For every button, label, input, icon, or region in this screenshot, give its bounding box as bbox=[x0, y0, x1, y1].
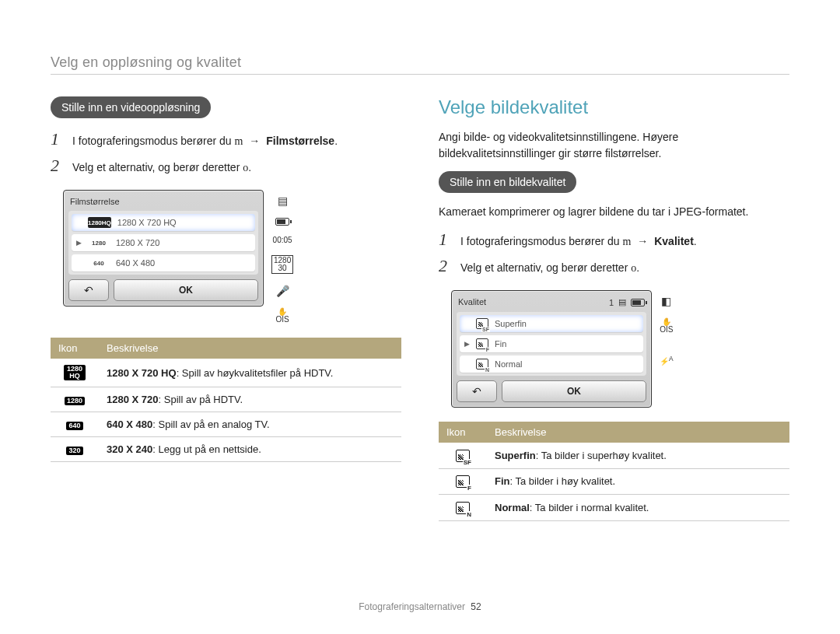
ois-icon: ✋OIS bbox=[660, 318, 673, 334]
mic-icon: 🎤 bbox=[276, 285, 289, 297]
table-row: 1280HQ 1280 X 720 HQ: Spill av høykvalit… bbox=[51, 359, 401, 387]
flash-auto-icon: ⚡A bbox=[660, 356, 674, 366]
note-text: Kameraet komprimerer og lagrer bildene d… bbox=[439, 204, 789, 220]
table-row: F Fin: Ta bilder i høy kvalitet. bbox=[439, 468, 789, 495]
arrow-icon: → bbox=[637, 235, 648, 247]
timer-label: 00:05 bbox=[273, 236, 292, 244]
screen-option-1280-hq[interactable]: ▶ 1280HQ 1280 X 720 HQ bbox=[72, 214, 255, 231]
card-icon: ▤ bbox=[278, 194, 288, 207]
back-arrow-icon: ↶ bbox=[472, 385, 481, 398]
screen-title: Kvalitet bbox=[458, 297, 486, 307]
option-label: Normal bbox=[495, 359, 522, 369]
back-button[interactable]: ↶ bbox=[457, 380, 497, 402]
screen-option-superfine[interactable]: ▶ SF Superfin bbox=[460, 315, 643, 332]
step-number: 1 bbox=[439, 229, 453, 250]
table-row: 1280 1280 X 720: Spill av på HDTV. bbox=[51, 387, 401, 412]
table-row: 640 640 X 480: Spill av på en analog TV. bbox=[51, 412, 401, 437]
resolution-badge-icon: 640 bbox=[88, 257, 110, 268]
right-steps: 1 I fotograferingsmodus berører du m → K… bbox=[439, 229, 789, 276]
page-number: 52 bbox=[471, 601, 481, 612]
option-label: 1280 X 720 HQ bbox=[117, 218, 177, 227]
quality-icon: SF bbox=[476, 318, 488, 329]
table-row: N Normal: Ta bilder i normal kvalitet. bbox=[439, 495, 789, 521]
pill-image-quality: Stille inn en bildekvalitet bbox=[439, 171, 576, 193]
table-header-icon: Ikon bbox=[51, 338, 99, 359]
resolution-badge-icon: 1280HQ bbox=[64, 365, 86, 380]
fps-icon: 128030 bbox=[271, 255, 293, 274]
footer-section: Fotograferingsalternativer bbox=[359, 601, 465, 612]
step-text: I fotograferingsmodus berører du m → Kva… bbox=[460, 235, 697, 248]
pill-video-resolution: Stille inn en videooppløsning bbox=[51, 96, 211, 118]
section-title: Velge bildekvalitet bbox=[439, 96, 789, 118]
step-text: Velg et alternativ, og berør deretter o. bbox=[72, 161, 251, 174]
selection-triangle-icon: ▶ bbox=[76, 239, 82, 247]
battery-icon bbox=[631, 299, 645, 306]
back-arrow-icon: ↶ bbox=[84, 284, 93, 296]
mode-icon: ◧ bbox=[661, 295, 671, 307]
quality-icon: F bbox=[456, 475, 470, 488]
left-column: Stille inn en videooppløsning 1 I fotogr… bbox=[51, 96, 401, 521]
arrow-icon: → bbox=[249, 135, 260, 147]
screen-title: Filmstørrelse bbox=[70, 197, 120, 206]
ois-icon: ✋OIS bbox=[276, 308, 289, 324]
quality-icon: F bbox=[476, 338, 488, 349]
battery-icon bbox=[275, 218, 289, 226]
screen-option-fine[interactable]: ▶ F Fin bbox=[460, 335, 643, 352]
right-column: Velge bildekvalitet Angi bilde- og video… bbox=[439, 96, 789, 521]
screen-option-1280[interactable]: ▶ 1280 1280 X 720 bbox=[72, 234, 255, 251]
intro-text: Angi bilde- og videokvalitetsinnstilling… bbox=[439, 129, 789, 162]
step-text: I fotograferingsmodus berører du m → Fil… bbox=[72, 135, 338, 148]
quality-icon: N bbox=[456, 502, 470, 514]
screen-side-icons: ◧ ✋OIS ⚡A bbox=[660, 290, 674, 366]
table-row: 320 320 X 240: Legg ut på en nettside. bbox=[51, 437, 401, 462]
option-label: Superfin bbox=[495, 319, 527, 328]
ok-button[interactable]: OK bbox=[114, 279, 258, 301]
quality-icon: N bbox=[476, 359, 488, 370]
counter-label: 1 bbox=[609, 298, 614, 307]
back-button[interactable]: ↶ bbox=[68, 279, 109, 301]
option-label: Fin bbox=[495, 339, 506, 349]
camera-screen-quality: Kvalitet 1 ▤ ▶ SF Superfin ▶ F bbox=[451, 290, 652, 408]
screen-option-640[interactable]: ▶ 640 640 X 480 bbox=[72, 254, 255, 271]
screen-option-normal[interactable]: ▶ N Normal bbox=[460, 356, 643, 373]
resolution-badge-icon: 1280 bbox=[65, 397, 85, 405]
option-label: 640 X 480 bbox=[116, 258, 155, 268]
resolution-badge-icon: 640 bbox=[66, 422, 82, 430]
quality-icon: SF bbox=[456, 450, 470, 462]
card-icon: ▤ bbox=[618, 297, 626, 307]
page-footer: Fotograferingsalternativer 52 bbox=[0, 601, 840, 612]
resolution-badge-icon: 320 bbox=[66, 447, 82, 455]
ok-button[interactable]: OK bbox=[502, 380, 646, 402]
selection-triangle-icon: ▶ bbox=[464, 340, 470, 348]
step-text: Velg et alternativ, og berør deretter o. bbox=[460, 261, 639, 275]
image-quality-table: Ikon Beskrivelse SF Superfin: Ta bilder … bbox=[439, 422, 789, 521]
menu-icon: m bbox=[623, 236, 632, 247]
table-row: SF Superfin: Ta bilder i superhøy kvalit… bbox=[439, 443, 789, 468]
table-header-icon: Ikon bbox=[439, 422, 487, 443]
menu-icon: m bbox=[235, 135, 243, 147]
step-number: 1 bbox=[51, 129, 65, 149]
step-number: 2 bbox=[51, 156, 65, 176]
breadcrumb: Velg en oppløsning og kvalitet bbox=[51, 54, 789, 75]
table-header-desc: Beskrivelse bbox=[487, 422, 789, 443]
step-number: 2 bbox=[439, 256, 453, 276]
camera-screen-filmsize: Filmstørrelse ▶ 1280HQ 1280 X 720 HQ ▶ 1… bbox=[63, 190, 264, 306]
resolution-badge-icon: 1280 bbox=[88, 237, 110, 248]
table-header-desc: Beskrivelse bbox=[99, 338, 401, 359]
resolution-badge-icon: 1280HQ bbox=[88, 217, 111, 228]
left-steps: 1 I fotograferingsmodus berører du m → F… bbox=[51, 129, 401, 176]
video-resolution-table: Ikon Beskrivelse 1280HQ 1280 X 720 HQ: S… bbox=[51, 338, 401, 462]
screen-side-icons: ▤ 00:05 128030 🎤 ✋OIS bbox=[271, 190, 293, 324]
option-label: 1280 X 720 bbox=[116, 238, 159, 247]
